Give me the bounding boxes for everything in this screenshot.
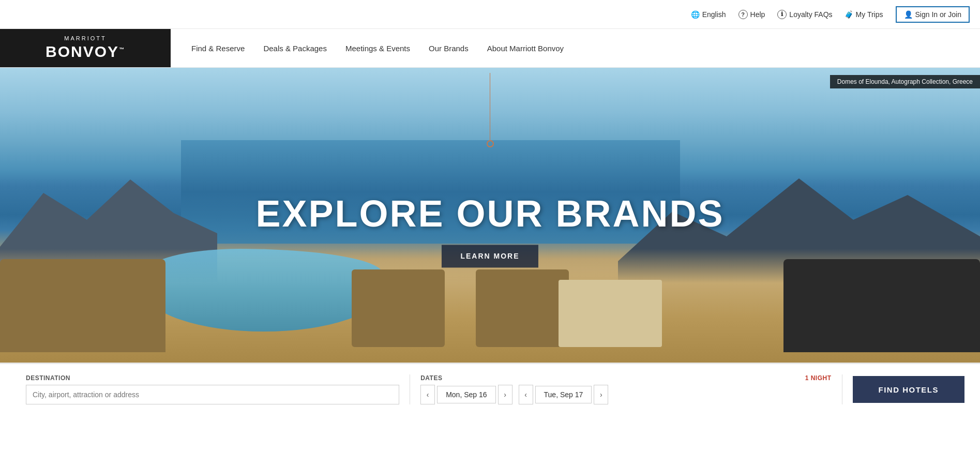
help-label: Help <box>750 10 765 19</box>
sign-in-button[interactable]: 👤 Sign In or Join <box>896 6 970 23</box>
logo-area[interactable]: MARRIOTT BONVOY™ <box>0 29 171 67</box>
globe-icon: 🌐 <box>691 10 700 19</box>
vertical-line-circle <box>487 140 494 147</box>
loyalty-faq-link[interactable]: ℹ Loyalty FAQs <box>777 10 832 19</box>
nav-deals-packages[interactable]: Deals & Packages <box>263 44 327 53</box>
help-link[interactable]: ? Help <box>738 10 765 19</box>
nav-our-brands[interactable]: Our Brands <box>429 44 469 53</box>
suitcase-icon: 🧳 <box>845 10 853 19</box>
logo-marriott: MARRIOTT <box>46 35 125 42</box>
night-count: 1 NIGHT <box>805 374 832 382</box>
dates-label: Dates 1 NIGHT <box>420 374 831 382</box>
table-center <box>559 280 662 347</box>
utility-bar: 🌐 English ? Help ℹ Loyalty FAQs 🧳 My Tri… <box>0 0 980 29</box>
sofa-left <box>0 259 165 352</box>
main-header: MARRIOTT BONVOY™ Find & Reserve Deals & … <box>0 29 980 68</box>
destination-field: Destination <box>16 374 410 404</box>
marriott-bonvoy-logo: MARRIOTT BONVOY™ <box>46 35 125 61</box>
nav-find-reserve[interactable]: Find & Reserve <box>191 44 245 53</box>
hero-cta-button[interactable]: LEARN MORE <box>442 245 538 268</box>
photo-caption: Domes of Elounda, Autograph Collection, … <box>830 75 980 88</box>
nav-meetings-events[interactable]: Meetings & Events <box>345 44 410 53</box>
checkout-next-button[interactable]: › <box>594 385 608 404</box>
booking-bar: Destination Dates 1 NIGHT ‹ Mon, Sep 16 … <box>0 363 980 415</box>
logo-bonvoy: BONVOY™ <box>46 42 125 61</box>
date-row: ‹ Mon, Sep 16 › ‹ Tue, Sep 17 › <box>420 385 831 404</box>
language-label: English <box>702 10 726 19</box>
my-trips-link[interactable]: 🧳 My Trips <box>845 10 883 19</box>
dates-field: Dates 1 NIGHT ‹ Mon, Sep 16 › ‹ Tue, Sep… <box>410 374 842 404</box>
person-icon: 👤 <box>904 10 913 19</box>
chair-center-right <box>476 269 569 347</box>
destination-label: Destination <box>26 374 399 382</box>
checkout-date[interactable]: Tue, Sep 17 <box>535 386 592 403</box>
info-icon: ℹ <box>777 10 787 19</box>
help-icon: ? <box>738 10 748 19</box>
checkin-next-button[interactable]: › <box>498 385 512 404</box>
checkin-prev-button[interactable]: ‹ <box>420 385 435 404</box>
nav-about[interactable]: About Marriott Bonvoy <box>487 44 564 53</box>
hero-title: EXPLORE OUR BRANDS <box>255 193 724 234</box>
destination-input[interactable] <box>26 385 399 404</box>
main-nav: Find & Reserve Deals & Packages Meetings… <box>171 29 584 67</box>
my-trips-label: My Trips <box>856 10 883 19</box>
checkout-prev-button[interactable]: ‹ <box>519 385 533 404</box>
sofa-right <box>783 259 980 352</box>
loyalty-faq-label: Loyalty FAQs <box>789 10 832 19</box>
language-selector[interactable]: 🌐 English <box>691 10 726 19</box>
sign-in-label: Sign In or Join <box>915 10 962 19</box>
vertical-line-decoration <box>487 68 494 147</box>
hero-content: EXPLORE OUR BRANDS LEARN MORE <box>255 193 724 267</box>
hero-section: EXPLORE OUR BRANDS LEARN MORE Domes of E… <box>0 68 980 363</box>
find-hotels-button[interactable]: FIND HOTELS <box>853 376 965 403</box>
chair-center-left <box>352 269 445 347</box>
vertical-line <box>490 73 490 140</box>
checkin-date[interactable]: Mon, Sep 16 <box>437 386 495 403</box>
